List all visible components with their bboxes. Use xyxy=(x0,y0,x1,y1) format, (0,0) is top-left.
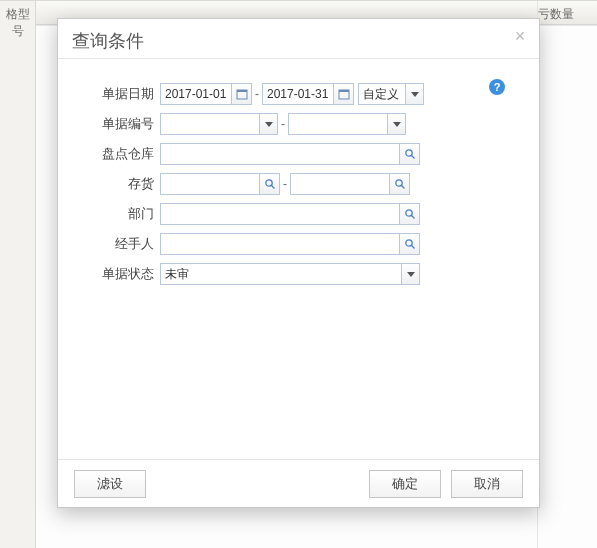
chevron-down-icon[interactable] xyxy=(402,263,420,285)
department-input[interactable] xyxy=(160,203,400,225)
svg-point-6 xyxy=(265,180,271,186)
help-icon[interactable]: ? xyxy=(489,79,505,95)
filter-button[interactable]: 滤设 xyxy=(74,470,146,498)
grid-col-right-label: 亏数量 xyxy=(538,7,574,21)
search-icon[interactable] xyxy=(400,203,420,225)
grid-col-left: 格型号 xyxy=(0,1,36,548)
svg-line-11 xyxy=(411,216,414,219)
query-dialog: 查询条件 × ? 单据日期 - xyxy=(57,18,540,508)
chevron-down-icon[interactable] xyxy=(406,83,424,105)
calendar-icon[interactable] xyxy=(232,83,252,105)
label-department: 部门 xyxy=(88,205,160,223)
label-warehouse: 盘点仓库 xyxy=(88,145,160,163)
svg-point-8 xyxy=(395,180,401,186)
date-to-input[interactable] xyxy=(262,83,334,105)
close-button[interactable]: × xyxy=(511,29,529,47)
svg-line-5 xyxy=(411,156,414,159)
range-separator: - xyxy=(278,117,288,131)
bill-no-from-input[interactable] xyxy=(160,113,260,135)
dialog-body: ? 单据日期 - 单据编号 xyxy=(58,59,539,303)
dialog-footer: 滤设 确定 取消 xyxy=(58,459,539,507)
close-icon: × xyxy=(515,26,526,46)
search-icon[interactable] xyxy=(390,173,410,195)
cancel-button[interactable]: 取消 xyxy=(451,470,523,498)
handler-input[interactable] xyxy=(160,233,400,255)
svg-point-4 xyxy=(405,150,411,156)
grid-col-right: 亏数量 xyxy=(537,1,597,548)
date-preset-select[interactable] xyxy=(358,83,406,105)
label-handler: 经手人 xyxy=(88,235,160,253)
grid-col-left-label: 格型号 xyxy=(6,7,30,38)
search-icon[interactable] xyxy=(260,173,280,195)
svg-line-7 xyxy=(271,186,274,189)
warehouse-input[interactable] xyxy=(160,143,400,165)
bill-no-to-input[interactable] xyxy=(288,113,388,135)
dialog-title: 查询条件 xyxy=(72,31,144,51)
svg-rect-3 xyxy=(339,90,349,92)
svg-line-13 xyxy=(411,246,414,249)
label-bill-no: 单据编号 xyxy=(88,115,160,133)
calendar-icon[interactable] xyxy=(334,83,354,105)
status-select[interactable] xyxy=(160,263,402,285)
svg-point-12 xyxy=(405,240,411,246)
ok-button[interactable]: 确定 xyxy=(369,470,441,498)
dialog-title-bar: 查询条件 × xyxy=(58,19,539,59)
svg-point-10 xyxy=(405,210,411,216)
label-status: 单据状态 xyxy=(88,265,160,283)
date-from-input[interactable] xyxy=(160,83,232,105)
inventory-to-input[interactable] xyxy=(290,173,390,195)
svg-line-9 xyxy=(401,186,404,189)
search-icon[interactable] xyxy=(400,143,420,165)
chevron-down-icon[interactable] xyxy=(260,113,278,135)
inventory-from-input[interactable] xyxy=(160,173,260,195)
search-icon[interactable] xyxy=(400,233,420,255)
chevron-down-icon[interactable] xyxy=(388,113,406,135)
label-inventory: 存货 xyxy=(88,175,160,193)
svg-rect-1 xyxy=(237,90,247,92)
range-separator: - xyxy=(252,87,262,101)
label-bill-date: 单据日期 xyxy=(88,85,160,103)
range-separator: - xyxy=(280,177,290,191)
